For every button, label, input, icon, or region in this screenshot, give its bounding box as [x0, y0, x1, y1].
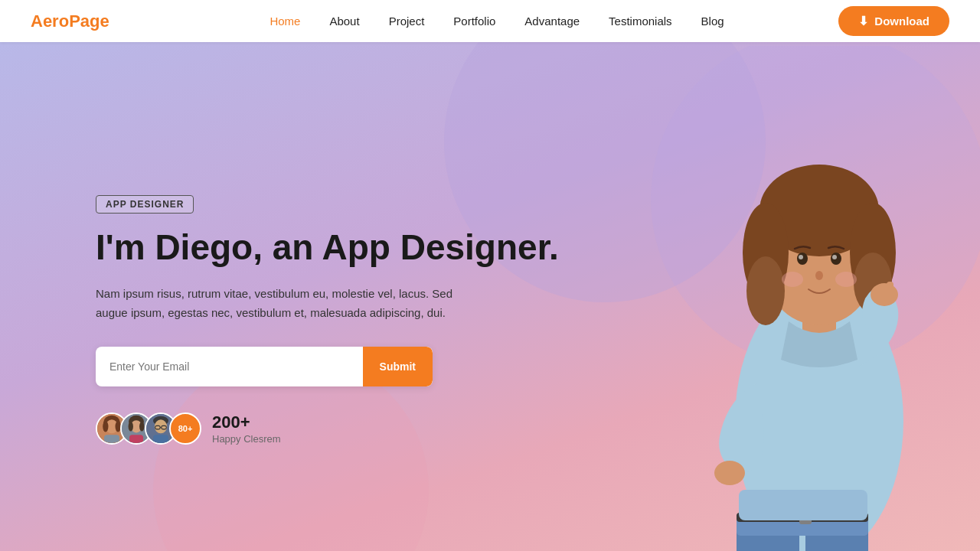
- nav-link-home[interactable]: Home: [270, 15, 300, 28]
- hero-person-illustration: [567, 46, 980, 551]
- nav-link-blog[interactable]: Blog: [701, 15, 724, 28]
- nav-link-project[interactable]: Project: [389, 15, 425, 28]
- hero-badge: APP DESIGNER: [96, 195, 194, 214]
- svg-point-34: [835, 272, 857, 287]
- svg-point-30: [799, 255, 803, 259]
- nav-link-about[interactable]: About: [329, 15, 359, 28]
- social-proof: 80+ 200+ Happy Clesrem: [96, 412, 586, 445]
- hero-content: APP DESIGNER I'm Diego, an App Designer.…: [96, 195, 586, 445]
- social-number: 200+: [212, 412, 281, 432]
- logo-black: Aero: [31, 11, 69, 31]
- download-icon: ⬇: [858, 14, 868, 28]
- download-label: Download: [874, 15, 929, 28]
- svg-rect-18: [153, 435, 168, 445]
- svg-rect-43: [739, 490, 867, 520]
- svg-rect-5: [104, 435, 119, 445]
- svg-point-14: [155, 420, 167, 434]
- svg-rect-11: [129, 435, 143, 445]
- hero-section: APP DESIGNER I'm Diego, an App Designer.…: [0, 42, 980, 551]
- svg-point-33: [782, 272, 803, 287]
- svg-rect-36: [887, 282, 893, 298]
- svg-point-3: [103, 421, 108, 432]
- svg-point-9: [129, 422, 133, 432]
- hero-title: I'm Diego, an App Designer.: [96, 227, 586, 268]
- avatar-group: 80+: [96, 412, 201, 445]
- svg-point-10: [139, 422, 144, 432]
- email-form: Submit: [96, 347, 433, 386]
- svg-point-26: [746, 256, 785, 325]
- svg-point-37: [714, 461, 745, 485]
- nav-link-advantage[interactable]: Advantage: [524, 15, 580, 28]
- email-input[interactable]: [96, 360, 363, 373]
- svg-point-31: [832, 255, 837, 259]
- avatar-count: 80+: [169, 412, 201, 445]
- social-label: Happy Clesrem: [212, 433, 281, 445]
- nav-link-testimonials[interactable]: Testimonials: [609, 15, 672, 28]
- nav-link-portfolio[interactable]: Portfolio: [453, 15, 495, 28]
- nav-links: Home About Project Portfolio Advantage T…: [155, 15, 839, 28]
- logo-orange: Page: [69, 11, 109, 31]
- logo: AeroPage: [31, 11, 109, 31]
- download-button[interactable]: ⬇ Download: [838, 6, 949, 36]
- navbar: AeroPage Home About Project Portfolio Ad…: [0, 0, 980, 42]
- hero-description: Nam ipsum risus, rutrum vitae, vestibulu…: [96, 285, 471, 323]
- nav-right: ⬇ Download: [838, 6, 949, 36]
- social-text: 200+ Happy Clesrem: [212, 412, 281, 445]
- submit-button[interactable]: Submit: [363, 347, 433, 386]
- svg-point-35: [871, 283, 898, 306]
- submit-label: Submit: [380, 360, 416, 373]
- svg-point-32: [815, 271, 823, 280]
- avatar-count-label: 80+: [178, 424, 193, 433]
